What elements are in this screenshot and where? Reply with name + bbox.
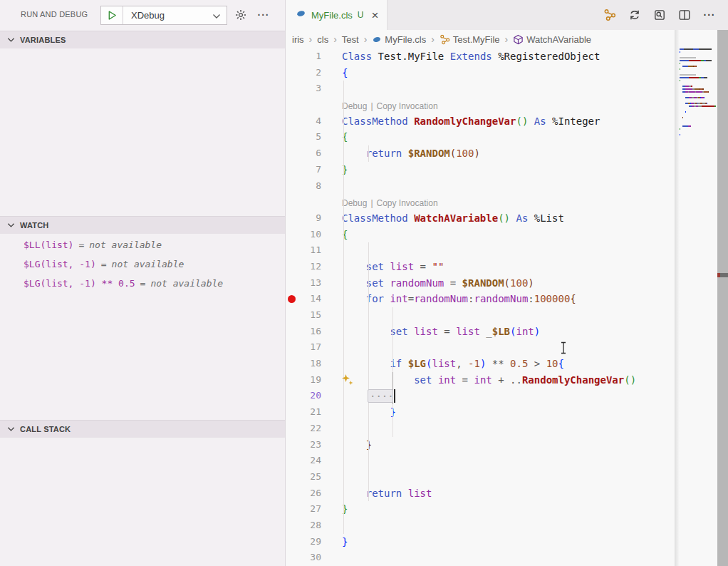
breakpoint-gutter[interactable] (286, 324, 297, 340)
code-line[interactable]: 30 (286, 550, 728, 566)
code-text[interactable]: set randomNum = $RANDOM(100) (321, 275, 534, 292)
breadcrumb-item-cls[interactable]: cls (317, 34, 328, 45)
codelens-copy-invocation-link[interactable]: Copy Invocation (377, 101, 438, 111)
line-number[interactable]: 16 (297, 324, 321, 340)
line-number[interactable]: 13 (297, 275, 321, 292)
code-text[interactable]: return list (321, 485, 432, 502)
code-text[interactable]: } (321, 404, 396, 421)
code-text[interactable]: } (321, 437, 372, 453)
code-line[interactable]: 4ClassMethod RandomlyChangeVar() As %Int… (286, 113, 728, 130)
breakpoint-gutter[interactable] (286, 550, 297, 566)
line-number[interactable]: 11 (297, 242, 321, 259)
code-text[interactable]: } (321, 501, 348, 518)
code-line[interactable]: 24 (286, 453, 728, 469)
breakpoint-gutter[interactable] (286, 388, 297, 404)
breakpoint-gutter[interactable] (286, 259, 297, 275)
code-line[interactable]: 26 return list (286, 485, 728, 502)
code-text[interactable]: { (321, 65, 348, 81)
breadcrumb-item-iris[interactable]: iris (292, 34, 304, 45)
breadcrumb-item-test[interactable]: Test (342, 34, 359, 45)
line-number[interactable]: 22 (297, 421, 321, 437)
breakpoint-gutter[interactable] (286, 453, 297, 469)
line-number[interactable]: 6 (297, 145, 321, 162)
class-hierarchy-icon[interactable] (603, 8, 617, 22)
code-line[interactable]: 5{ (286, 129, 728, 145)
code-line[interactable]: 18 if $LG(list, -1) ** 0.5 > 10{ (286, 356, 728, 372)
sparkle-code-action-icon[interactable] (342, 374, 354, 389)
line-number[interactable]: 12 (297, 259, 321, 275)
line-number[interactable]: 20 (297, 388, 321, 404)
line-number[interactable]: 4 (297, 113, 321, 130)
watch-expression-row[interactable]: $LG(list, -1) ** 0.5=not available (0, 274, 285, 293)
code-text[interactable] (321, 469, 342, 485)
breakpoint-gutter[interactable] (286, 518, 297, 534)
breakpoint-gutter[interactable] (286, 242, 297, 259)
vertical-scrollbar[interactable] (717, 30, 728, 566)
code-line[interactable]: 23 } (286, 437, 728, 453)
watch-section-header[interactable]: WATCH (0, 216, 285, 234)
code-line[interactable]: 11 (286, 242, 728, 259)
breakpoint-gutter[interactable] (286, 291, 297, 307)
breakpoint-gutter[interactable] (286, 178, 297, 195)
code-line[interactable]: 15 (286, 307, 728, 324)
code-line[interactable]: 2{ (286, 65, 728, 81)
line-number[interactable]: 14 (297, 291, 321, 307)
line-number[interactable]: 7 (297, 162, 321, 178)
launch-config-dropdown[interactable]: XDebug (100, 6, 227, 25)
breakpoint-gutter[interactable] (286, 145, 297, 162)
code-line[interactable]: 6 return $RANDOM(100) (286, 145, 728, 162)
breakpoint-gutter[interactable] (286, 404, 297, 421)
start-debug-button[interactable] (101, 10, 123, 21)
breakpoint-gutter[interactable] (286, 210, 297, 227)
more-actions-icon[interactable]: ··· (256, 8, 271, 22)
more-actions-icon[interactable]: ··· (702, 8, 717, 22)
line-number[interactable]: 27 (297, 501, 321, 518)
code-line[interactable]: 7} (286, 162, 728, 178)
code-line[interactable]: 9ClassMethod WatchAVariable() As %List (286, 210, 728, 227)
breakpoint-gutter[interactable] (286, 307, 297, 324)
line-number[interactable]: 8 (297, 178, 321, 195)
code-text[interactable]: } (321, 534, 348, 550)
breakpoint-gutter[interactable] (286, 421, 297, 437)
code-line[interactable]: 17 (286, 339, 728, 356)
code-text[interactable] (321, 242, 342, 259)
code-line[interactable]: 3 (286, 81, 728, 97)
code-line[interactable]: 27} (286, 501, 728, 518)
breakpoint-gutter[interactable] (286, 437, 297, 453)
line-number[interactable]: 18 (297, 356, 321, 372)
breakpoint-gutter[interactable] (286, 501, 297, 518)
code-text[interactable] (321, 550, 342, 566)
codelens-debug-link[interactable]: Debug (342, 198, 367, 208)
code-line[interactable]: 16 set list = list _$LB(int) (286, 324, 728, 340)
line-number[interactable]: 10 (297, 227, 321, 243)
code-line[interactable]: 10{ (286, 227, 728, 243)
line-number[interactable]: 28 (297, 518, 321, 534)
code-text[interactable]: } (321, 162, 348, 178)
code-line[interactable]: 21 } (286, 404, 728, 421)
code-text[interactable]: for int=randomNum:randomNum:100000{ (321, 291, 576, 307)
search-editor-icon[interactable] (652, 8, 667, 22)
gear-icon[interactable] (234, 8, 248, 22)
breakpoint-icon[interactable] (288, 295, 296, 303)
tab-myfile-cls[interactable]: MyFile.cls U × (286, 0, 388, 30)
code-text[interactable] (321, 178, 342, 195)
call-stack-section-header[interactable]: CALL STACK (0, 420, 285, 438)
variables-section-header[interactable]: VARIABLES (0, 31, 285, 48)
breakpoint-gutter[interactable] (286, 129, 297, 145)
breakpoint-gutter[interactable] (286, 534, 297, 550)
breadcrumb-item-test-myfile[interactable]: Test.MyFile (440, 34, 500, 45)
code-line[interactable]: 28 (286, 518, 728, 534)
code-line[interactable]: 1Class Test.MyFile Extends %RegisteredOb… (286, 48, 728, 65)
code-text[interactable]: set list = "" (321, 259, 444, 275)
code-text[interactable] (321, 307, 342, 324)
line-number[interactable]: 29 (297, 534, 321, 550)
code-text[interactable]: if $LG(list, -1) ** 0.5 > 10{ (321, 356, 564, 372)
line-number[interactable]: 26 (297, 485, 321, 502)
watch-expression-row[interactable]: $LL(list)=not available (0, 235, 285, 254)
breakpoint-gutter[interactable] (286, 162, 297, 178)
line-number[interactable]: 21 (297, 404, 321, 421)
codelens-copy-invocation-link[interactable]: Copy Invocation (377, 198, 438, 208)
breadcrumb-item-watchavariable[interactable]: WatchAVariable (513, 34, 591, 45)
code-text[interactable] (321, 388, 342, 404)
code-text[interactable]: { (321, 129, 348, 145)
